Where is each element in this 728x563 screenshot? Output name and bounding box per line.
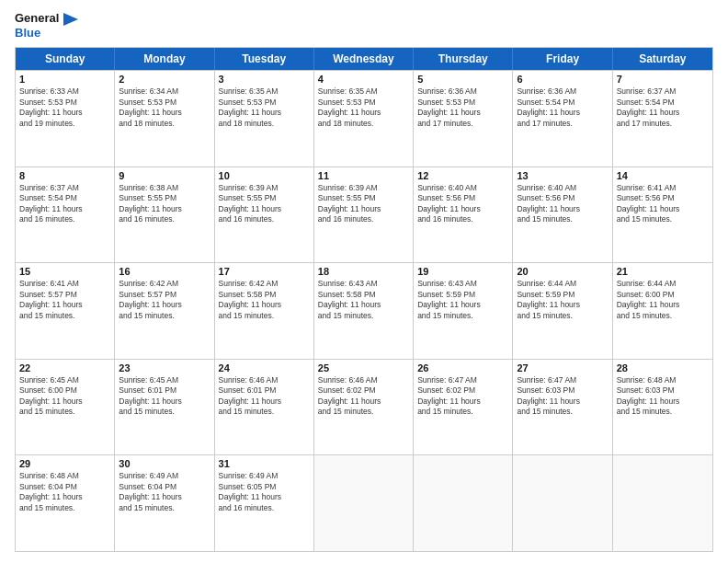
cell-line: and 17 minutes. — [617, 119, 709, 129]
cell-line: Sunrise: 6:43 AM — [417, 279, 508, 289]
day-number: 2 — [119, 74, 210, 85]
cell-line: and 15 minutes. — [19, 407, 110, 417]
cell-line: Sunset: 5:59 PM — [417, 290, 508, 300]
cell-line: and 16 minutes. — [19, 214, 110, 224]
cell-line: Daylight: 11 hours — [19, 108, 110, 118]
day-cell-21: 21Sunrise: 6:44 AMSunset: 6:00 PMDayligh… — [613, 263, 712, 359]
cell-line: Sunrise: 6:36 AM — [517, 86, 608, 97]
cell-line: Sunrise: 6:41 AM — [19, 279, 110, 289]
cell-line: Daylight: 11 hours — [617, 396, 709, 407]
day-number: 20 — [517, 266, 608, 277]
header: General Blue — [15, 11, 713, 40]
cell-line: Sunrise: 6:47 AM — [517, 375, 608, 385]
day-number: 16 — [119, 266, 210, 277]
day-cell-3: 3Sunrise: 6:35 AMSunset: 5:53 PMDaylight… — [215, 71, 314, 167]
cell-line: Sunset: 5:54 PM — [19, 193, 110, 203]
day-number: 23 — [119, 362, 210, 373]
day-cell-5: 5Sunrise: 6:36 AMSunset: 5:53 PMDaylight… — [414, 71, 513, 167]
cell-line: Daylight: 11 hours — [119, 204, 210, 214]
day-number: 4 — [318, 74, 409, 85]
cell-line: Sunrise: 6:44 AM — [517, 279, 608, 289]
day-cell-1: 1Sunrise: 6:33 AMSunset: 5:53 PMDaylight… — [16, 71, 115, 167]
cell-line: and 15 minutes. — [617, 407, 709, 417]
day-number: 5 — [417, 74, 508, 85]
day-cell-8: 8Sunrise: 6:37 AMSunset: 5:54 PMDaylight… — [16, 167, 115, 263]
logo: General Blue — [15, 11, 78, 40]
cell-line: Sunrise: 6:36 AM — [417, 86, 508, 97]
day-cell-24: 24Sunrise: 6:46 AMSunset: 6:01 PMDayligh… — [215, 360, 314, 455]
day-cell-7: 7Sunrise: 6:37 AMSunset: 5:54 PMDaylight… — [613, 71, 712, 167]
calendar-row-1: 8Sunrise: 6:37 AMSunset: 5:54 PMDaylight… — [16, 167, 712, 263]
cell-line: Sunset: 6:05 PM — [219, 482, 310, 492]
cell-line: Sunset: 6:04 PM — [19, 482, 110, 492]
cell-line: Daylight: 11 hours — [19, 300, 110, 310]
day-cell-9: 9Sunrise: 6:38 AMSunset: 5:55 PMDaylight… — [115, 167, 214, 263]
day-number: 29 — [19, 458, 110, 469]
day-cell-19: 19Sunrise: 6:43 AMSunset: 5:59 PMDayligh… — [414, 263, 513, 359]
cell-line: Sunset: 5:53 PM — [219, 98, 310, 108]
cell-line: Sunset: 6:04 PM — [119, 482, 210, 492]
cell-line: Daylight: 11 hours — [417, 300, 508, 310]
cell-line: and 18 minutes. — [219, 119, 310, 129]
calendar-row-2: 15Sunrise: 6:41 AMSunset: 5:57 PMDayligh… — [16, 262, 712, 359]
cell-line: Sunrise: 6:40 AM — [517, 183, 608, 193]
cell-line: Daylight: 11 hours — [318, 396, 409, 407]
cell-line: and 16 minutes. — [219, 503, 310, 513]
day-cell-10: 10Sunrise: 6:39 AMSunset: 5:55 PMDayligh… — [215, 167, 314, 263]
day-number: 31 — [219, 458, 310, 469]
cell-line: Sunrise: 6:37 AM — [19, 183, 110, 193]
day-cell-26: 26Sunrise: 6:47 AMSunset: 6:02 PMDayligh… — [414, 360, 513, 455]
cell-line: and 16 minutes. — [318, 214, 409, 224]
cell-line: Daylight: 11 hours — [19, 492, 110, 502]
cell-line: Daylight: 11 hours — [417, 204, 508, 214]
cell-line: Sunrise: 6:49 AM — [119, 471, 210, 481]
logo-arrow-icon — [63, 13, 78, 26]
cell-line: and 15 minutes. — [119, 503, 210, 513]
day-cell-20: 20Sunrise: 6:44 AMSunset: 5:59 PMDayligh… — [513, 263, 612, 359]
cell-line: Sunrise: 6:40 AM — [417, 183, 508, 193]
cell-line: Sunset: 5:58 PM — [219, 290, 310, 300]
cell-line: and 15 minutes. — [617, 214, 709, 224]
day-number: 17 — [219, 266, 310, 277]
day-cell-2: 2Sunrise: 6:34 AMSunset: 5:53 PMDaylight… — [115, 71, 214, 167]
cell-line: Daylight: 11 hours — [318, 300, 409, 310]
cell-line: and 16 minutes. — [417, 214, 508, 224]
cell-line: Sunrise: 6:45 AM — [19, 375, 110, 385]
day-of-week-wednesday: Wednesday — [314, 48, 414, 70]
cell-line: and 15 minutes. — [19, 311, 110, 321]
day-number: 28 — [617, 362, 709, 373]
day-of-week-thursday: Thursday — [414, 48, 513, 70]
cell-line: Daylight: 11 hours — [318, 204, 409, 214]
day-of-week-tuesday: Tuesday — [215, 48, 314, 70]
cell-line: Sunset: 5:54 PM — [617, 98, 709, 108]
day-of-week-sunday: Sunday — [16, 48, 115, 70]
day-number: 15 — [19, 266, 110, 277]
cell-line: Sunset: 5:53 PM — [318, 98, 409, 108]
calendar-row-3: 22Sunrise: 6:45 AMSunset: 6:00 PMDayligh… — [16, 359, 712, 455]
cell-line: and 15 minutes. — [219, 311, 310, 321]
day-number: 26 — [417, 362, 508, 373]
cell-line: Sunrise: 6:48 AM — [617, 375, 709, 385]
cell-line: and 15 minutes. — [119, 407, 210, 417]
calendar: SundayMondayTuesdayWednesdayThursdayFrid… — [15, 47, 713, 552]
cell-line: and 15 minutes. — [517, 311, 608, 321]
day-cell-25: 25Sunrise: 6:46 AMSunset: 6:02 PMDayligh… — [314, 360, 414, 455]
day-number: 1 — [19, 74, 110, 85]
cell-line: Sunset: 5:59 PM — [517, 290, 608, 300]
cell-line: Sunset: 5:53 PM — [19, 98, 110, 108]
cell-line: Sunset: 6:01 PM — [119, 385, 210, 396]
cell-line: Daylight: 11 hours — [19, 204, 110, 214]
day-number: 22 — [19, 362, 110, 373]
day-of-week-friday: Friday — [513, 48, 612, 70]
cell-line: Daylight: 11 hours — [119, 300, 210, 310]
cell-line: Sunrise: 6:49 AM — [219, 471, 310, 481]
cell-line: Daylight: 11 hours — [219, 492, 310, 502]
cell-line: Sunrise: 6:44 AM — [617, 279, 709, 289]
day-number: 11 — [318, 170, 409, 181]
day-of-week-saturday: Saturday — [613, 48, 712, 70]
cell-line: Sunset: 6:03 PM — [617, 385, 709, 396]
cell-line: Daylight: 11 hours — [19, 396, 110, 407]
cell-line: Sunrise: 6:35 AM — [318, 86, 409, 97]
empty-cell-4-3 — [314, 455, 414, 551]
cell-line: and 15 minutes. — [617, 311, 709, 321]
